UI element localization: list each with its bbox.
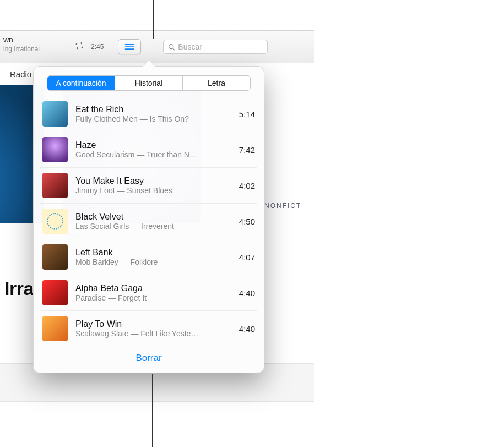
nav-item-radio[interactable]: Radio — [4, 65, 37, 83]
callout-line — [253, 97, 314, 97]
up-next-button[interactable] — [118, 39, 141, 54]
tab-up-next[interactable]: A continuación — [47, 76, 115, 90]
track-thumbnail — [42, 244, 68, 270]
album-overlay-text: NONFICT — [264, 202, 301, 210]
track-artist-album: Jimmy Loot — Sunset Blues — [75, 186, 232, 195]
now-playing-subtitle: ing Irrational — [3, 45, 71, 53]
search-input[interactable]: Buscar — [163, 40, 268, 54]
track-thumbnail — [42, 173, 68, 198]
time-remaining: -2:45 — [89, 43, 104, 51]
track-title: Haze — [75, 140, 232, 150]
track-artist-album: Good Secularism — Truer than N… — [75, 150, 232, 159]
track-artist-album: Las Social Girls — Irreverent — [75, 222, 232, 231]
svg-rect-0 — [125, 44, 134, 45]
track-artist-album: Scalawag Slate — Felt Like Yeste… — [75, 329, 232, 338]
svg-rect-1 — [125, 46, 134, 47]
tab-history[interactable]: Historial — [115, 76, 183, 90]
search-icon — [168, 43, 175, 51]
svg-rect-2 — [125, 48, 134, 50]
track-thumbnail — [42, 209, 68, 234]
toolbar: wn ing Irrational -2:45 Buscar — [0, 30, 314, 63]
svg-point-3 — [169, 44, 173, 48]
queue-row[interactable]: Eat the RichFully Clothed Men — Is This … — [40, 96, 257, 132]
track-thumbnail — [42, 137, 68, 162]
track-title: Black Velvet — [75, 212, 232, 222]
playback-controls: -2:45 — [74, 42, 108, 52]
track-artist-album: Mob Barkley — Folklore — [75, 258, 232, 266]
segmented-control: A continuaciónHistorialLetra — [47, 75, 251, 91]
queue-row[interactable]: Left BankMob Barkley — Folklore4:07 — [40, 239, 257, 275]
track-thumbnail — [42, 280, 68, 305]
callout-line — [153, 0, 154, 39]
track-duration: 4:40 — [239, 288, 255, 298]
up-next-popover: A continuaciónHistorialLetra Eat the Ric… — [33, 66, 264, 373]
track-duration: 4:02 — [239, 181, 255, 190]
blank-area — [0, 402, 314, 448]
track-title: Left Bank — [75, 248, 232, 258]
track-duration: 4:40 — [239, 324, 255, 334]
queue-list: Eat the RichFully Clothed Men — Is This … — [40, 96, 257, 346]
tab-lyrics[interactable]: Letra — [183, 76, 250, 90]
queue-row[interactable]: Alpha Beta GagaParadise — Forget It4:40 — [40, 275, 257, 311]
track-text: Left BankMob Barkley — Folklore — [75, 248, 232, 266]
queue-row[interactable]: Black VelvetLas Social Girls — Irreveren… — [40, 204, 257, 239]
search-placeholder: Buscar — [178, 42, 202, 51]
track-artist-album: Fully Clothed Men — Is This On? — [75, 114, 232, 123]
track-duration: 5:14 — [239, 110, 255, 119]
search-wrap: Buscar — [163, 40, 314, 54]
track-title: Eat the Rich — [75, 105, 232, 114]
queue-row[interactable]: You Make It EasyJimmy Loot — Sunset Blue… — [40, 168, 257, 204]
track-text: You Make It EasyJimmy Loot — Sunset Blue… — [75, 176, 232, 195]
queue-row[interactable]: Play To WinScalawag Slate — Felt Like Ye… — [40, 311, 257, 346]
now-playing-display: wn ing Irrational — [0, 33, 74, 61]
track-title: You Make It Easy — [75, 176, 232, 186]
track-thumbnail — [42, 316, 68, 341]
track-duration: 4:07 — [239, 253, 255, 262]
queue-row[interactable]: HazeGood Secularism — Truer than N…7:42 — [40, 132, 257, 168]
track-duration: 7:42 — [239, 145, 255, 155]
track-title: Alpha Beta Gaga — [75, 283, 232, 293]
track-duration: 4:50 — [239, 217, 255, 226]
track-artist-album: Paradise — Forget It — [75, 293, 232, 302]
track-text: HazeGood Secularism — Truer than N… — [75, 140, 232, 159]
section-heading: Irra — [4, 278, 34, 299]
track-text: Black VelvetLas Social Girls — Irreveren… — [75, 212, 232, 231]
callout-line — [152, 374, 153, 447]
repeat-icon[interactable] — [74, 42, 84, 52]
clear-button[interactable]: Borrar — [40, 346, 257, 366]
track-text: Alpha Beta GagaParadise — Forget It — [75, 283, 232, 302]
svg-line-4 — [173, 48, 175, 50]
track-thumbnail — [42, 101, 68, 127]
now-playing-title: wn — [3, 35, 71, 44]
track-title: Play To Win — [75, 319, 232, 329]
track-text: Eat the RichFully Clothed Men — Is This … — [75, 105, 232, 123]
track-text: Play To WinScalawag Slate — Felt Like Ye… — [75, 319, 232, 338]
